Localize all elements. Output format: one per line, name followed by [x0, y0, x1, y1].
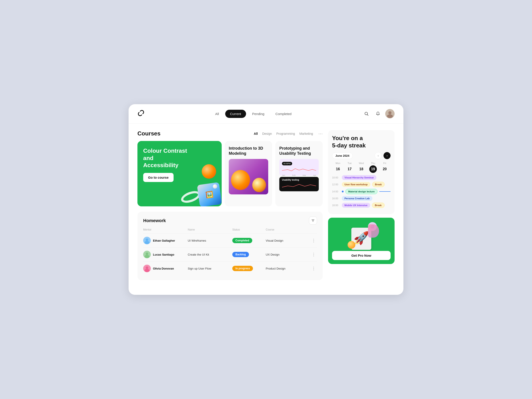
usability-images: 65 BPM Jan Feb Mar Apr: [279, 159, 319, 191]
calendar-prev-button[interactable]: ‹: [375, 152, 382, 159]
bpm-pill: 65 BPM: [282, 162, 292, 165]
event-break-1: Break: [372, 182, 385, 187]
tab-current[interactable]: Current: [225, 110, 246, 118]
pro-card: 🚀 @ Get Pro Now: [328, 218, 395, 264]
pro-pink-shape: [368, 224, 379, 238]
user-avatar[interactable]: [385, 109, 395, 118]
main-content: Courses All Design Programming Marketing…: [129, 123, 403, 287]
header: All Current Pending Completed: [129, 104, 403, 123]
logo-icon: [137, 109, 145, 118]
col-mentor: Mentor: [143, 228, 188, 231]
streak-title: You're on a5-day streak: [332, 134, 391, 149]
schedule-row-1000: 10:00 Visual Hierarchy Seminar: [332, 175, 391, 180]
schedule-time-1400: 14:00: [332, 190, 340, 193]
header-actions: [362, 109, 395, 118]
schedule-row-1800: 18:00 Mobile UX Intensive Break: [332, 203, 391, 208]
courses-title: Courses: [137, 130, 160, 137]
rocket-emoji: 🚀: [354, 232, 369, 244]
course-illustration: 🖼️: [180, 163, 222, 206]
homework-filter-button[interactable]: [309, 216, 317, 225]
calendar-header: June 2024 ‹ ›: [332, 152, 391, 159]
right-column: You're on a5-day streak June 2024 ‹ › Mo…: [328, 130, 395, 280]
svg-point-13: [146, 239, 148, 241]
orange-sphere: [202, 164, 216, 179]
modeling-sphere-large: [231, 170, 250, 190]
homework-section: Homework Mentor Name Status Course: [137, 212, 323, 280]
days-row: Mon 16 Tue 17 Wed 18 Thu 19: [332, 162, 391, 173]
filter-programming[interactable]: Programming: [276, 132, 295, 135]
svg-point-17: [145, 255, 149, 258]
active-indicator: [342, 191, 344, 192]
day-wed: Wed 18: [355, 162, 367, 173]
svg-point-8: [387, 114, 393, 118]
col-actions: [310, 228, 317, 231]
task-name-1: Create the UI Kit: [188, 253, 232, 256]
day-fri: Fri 20: [379, 162, 391, 173]
event-visual-hierarchy[interactable]: Visual Hierarchy Seminar: [342, 175, 376, 180]
homework-title: Homework: [143, 218, 166, 223]
row-menu-2[interactable]: ⋮: [310, 266, 317, 271]
pro-orange-sphere: [348, 241, 355, 249]
event-material-design[interactable]: Material design lecture: [345, 189, 378, 194]
tab-all[interactable]: All: [210, 110, 224, 118]
course-cell-1: UX Design: [266, 253, 310, 256]
filter-marketing[interactable]: Marketing: [299, 132, 313, 135]
cube-shape: 🖼️: [197, 182, 222, 206]
filter-all[interactable]: All: [254, 132, 258, 135]
search-button[interactable]: [362, 109, 371, 118]
event-persona-creation[interactable]: Persona Creation Lab: [342, 196, 372, 201]
course-card-main: Colour Contrast and Accessibility Go to …: [137, 141, 222, 206]
event-user-flow[interactable]: User flow workshop: [342, 182, 370, 187]
tab-pending[interactable]: Pending: [247, 110, 269, 118]
tab-completed[interactable]: Completed: [271, 110, 297, 118]
col-course: Course: [266, 228, 310, 231]
svg-point-19: [146, 266, 148, 269]
status-badge-1: Backlog: [232, 252, 266, 257]
task-name-0: UI Wireframes: [188, 239, 232, 242]
svg-point-16: [146, 253, 148, 255]
course-3d-image: [229, 159, 268, 194]
go-to-course-button[interactable]: Go to course: [143, 173, 174, 182]
col-status: Status: [232, 228, 266, 231]
event-break-2: Break: [372, 203, 385, 208]
event-mobile-ux[interactable]: Mobile UX Intensive: [342, 203, 370, 208]
notification-button[interactable]: [374, 109, 382, 118]
schedule-row-1400: 14:00 Material design lecture: [332, 189, 391, 194]
mentor-name-2: Olivia Donovan: [153, 267, 174, 270]
schedule-time-1600: 16:00: [332, 197, 340, 200]
mentor-cell-2: Olivia Donovan: [143, 265, 188, 272]
courses-row: Colour Contrast and Accessibility Go to …: [137, 141, 323, 206]
table-row: Olivia Donovan Sign up User Flow In prog…: [143, 262, 317, 275]
filter-design[interactable]: Design: [262, 132, 272, 135]
more-filters-button[interactable]: ⋯: [318, 131, 323, 136]
day-tue: Tue 17: [344, 162, 355, 173]
get-pro-button[interactable]: Get Pro Now: [332, 251, 391, 260]
course-cell-2: Product Design: [266, 267, 310, 270]
row-menu-1[interactable]: ⋮: [310, 252, 317, 257]
course-3d-title: Introduction to 3D Modeling: [229, 146, 268, 156]
day-thu[interactable]: Thu 19: [367, 162, 379, 173]
schedule-time-1000: 10:00: [332, 176, 340, 179]
schedule-row-1200: 12:00 User flow workshop Break: [332, 182, 391, 187]
schedule: 10:00 Visual Hierarchy Seminar 12:00 Use…: [332, 175, 391, 208]
course-card-prototyping: Prototyping and Usability Testing 65 BPM…: [275, 141, 323, 206]
task-name-2: Sign up User Flow: [188, 267, 232, 270]
mentor-name-1: Lucas Santiago: [153, 253, 174, 256]
row-menu-0[interactable]: ⋮: [310, 238, 317, 243]
svg-point-20: [145, 269, 149, 272]
course-proto-title: Prototyping and Usability Testing: [279, 146, 319, 156]
usability-chart: 65 BPM Jan Feb Mar Apr: [279, 159, 319, 176]
pro-illustration: 🚀 @: [344, 222, 379, 249]
courses-section-header: Courses All Design Programming Marketing…: [137, 130, 323, 137]
calendar-next-button[interactable]: ›: [383, 152, 391, 159]
small-sphere: [213, 184, 217, 189]
current-time-line: [379, 191, 391, 192]
svg-point-5: [378, 115, 378, 116]
course-cell-0: Visual Design: [266, 239, 310, 242]
course-card-3d-modeling: Introduction to 3D Modeling: [225, 141, 272, 206]
schedule-row-1600: 16:00 Persona Creation Lab: [332, 196, 391, 201]
streak-section: You're on a5-day streak June 2024 ‹ › Mo…: [328, 130, 395, 214]
status-badge-2: In progress: [232, 266, 266, 271]
mentor-avatar-0: [143, 237, 151, 244]
table-header: Mentor Name Status Course: [143, 228, 317, 234]
